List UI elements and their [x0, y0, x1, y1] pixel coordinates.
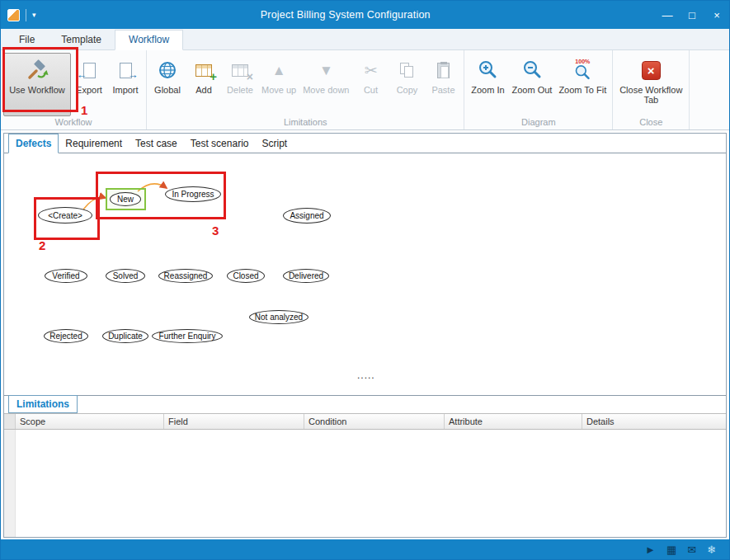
maximize-button[interactable]: □ [680, 1, 704, 29]
zoom-to-fit-button[interactable]: 100% Zoom To Fit [555, 53, 610, 116]
app-window: ▾ Project Billing System Configuration —… [0, 0, 730, 560]
limitations-table-header: Scope Field Condition Attribute Details [4, 413, 726, 430]
export-button[interactable]: ← Export [71, 53, 107, 116]
global-button[interactable]: Global [149, 53, 186, 116]
zoom-in-button[interactable]: Zoom In [467, 53, 508, 116]
column-header-attribute[interactable]: Attribute [445, 414, 582, 429]
node-delivered[interactable]: Delivered [283, 269, 329, 283]
use-workflow-icon [26, 55, 49, 85]
zoom-out-button[interactable]: Zoom Out [508, 53, 555, 116]
minimize-button[interactable]: — [655, 1, 680, 29]
export-icon: ← [83, 55, 96, 85]
close-workflow-tab-label: Close Workflow Tab [619, 85, 683, 105]
ribbon-group-limitations: Global + Add × Delete ▲ [147, 50, 464, 129]
title-bar: ▾ Project Billing System Configuration —… [1, 1, 729, 29]
group-label-close: Close [613, 116, 689, 129]
column-header-field[interactable]: Field [164, 414, 304, 429]
move-down-label: Move down [303, 85, 349, 95]
node-create[interactable]: <Create> [38, 207, 92, 224]
move-down-button: ▼ Move down [299, 53, 352, 116]
collapsed-nodes-indicator: ..... [357, 369, 375, 381]
copy-icon [400, 55, 414, 85]
pointer-icon[interactable]: ► [645, 544, 656, 555]
group-label-limitations: Limitations [147, 116, 464, 129]
global-label: Global [154, 85, 181, 95]
ribbon-group-close: × Close Workflow Tab Close [613, 50, 690, 129]
delete-label: Delete [227, 85, 253, 95]
column-header-details[interactable]: Details [582, 414, 726, 429]
ribbon-group-workflow: Use Workflow ← Export → Import Workflow [1, 50, 147, 129]
add-table-icon: + [195, 55, 212, 85]
tab-limitations[interactable]: Limitations [8, 395, 78, 413]
zoom-to-fit-label-wrap: Zoom Out [511, 85, 552, 95]
delete-table-icon: × [232, 55, 248, 85]
zoom-out-icon [521, 55, 543, 85]
cut-icon: ✂ [365, 55, 378, 85]
copy-button: Copy [389, 53, 425, 116]
mail-icon[interactable]: ✉ [687, 544, 696, 555]
column-header-condition[interactable]: Condition [304, 414, 445, 429]
window-controls: — □ × [655, 1, 729, 29]
node-assigned[interactable]: Assigned [283, 208, 331, 224]
app-icon [7, 9, 20, 21]
tab-defects[interactable]: Defects [8, 134, 59, 153]
paste-icon [437, 55, 450, 85]
zoom-fit-badge: 100% [575, 59, 590, 65]
snowflake-icon[interactable]: ❄ [707, 544, 716, 555]
node-further-enquiry[interactable]: Further Enquiry [152, 329, 223, 343]
node-duplicate[interactable]: Duplicate [102, 329, 148, 343]
zoom-to-fit-icon: 100% [573, 55, 591, 85]
ribbon-group-diagram: Zoom In Zoom Out 100% [464, 50, 613, 129]
move-up-button: ▲ Move up [258, 53, 299, 116]
close-workflow-tab-button[interactable]: × Close Workflow Tab [615, 53, 686, 116]
zoom-in-icon [477, 55, 498, 85]
import-button[interactable]: → Import [107, 53, 144, 116]
tab-test-scenario[interactable]: Test scenario [184, 134, 256, 153]
workflow-canvas[interactable]: <Create> New In Progress Assigned Verifi… [4, 153, 726, 395]
use-workflow-button[interactable]: Use Workflow [3, 53, 71, 116]
add-button[interactable]: + Add [186, 53, 222, 116]
import-label: Import [112, 85, 138, 95]
paste-button: Paste [425, 53, 461, 116]
tab-template[interactable]: Template [48, 31, 115, 49]
status-bar: ► ▦ ✉ ❄ [1, 539, 729, 559]
zoom-in-label: Zoom In [471, 85, 504, 95]
column-header-scope[interactable]: Scope [16, 414, 164, 429]
tab-script[interactable]: Script [255, 134, 294, 153]
grid-icon[interactable]: ▦ [666, 544, 676, 555]
export-label: Export [76, 85, 102, 95]
node-not-analyzed[interactable]: Not analyzed [249, 310, 308, 324]
cut-button: ✂ Cut [352, 53, 389, 116]
paste-label: Paste [431, 85, 454, 95]
node-verified[interactable]: Verified [45, 269, 87, 283]
node-in-progress[interactable]: In Progress [165, 186, 221, 202]
import-icon: → [120, 55, 132, 85]
ribbon-spacer [690, 50, 729, 129]
tab-test-case[interactable]: Test case [129, 134, 184, 153]
group-label-workflow: Workflow [1, 116, 146, 129]
node-closed[interactable]: Closed [227, 269, 265, 283]
node-solved[interactable]: Solved [106, 269, 145, 283]
node-rejected[interactable]: Rejected [44, 329, 88, 343]
zoom-fit-label: Zoom To Fit [558, 85, 606, 95]
titlebar-separator [26, 9, 26, 21]
document-tab-bar: Defects Requirement Test case Test scena… [4, 134, 726, 153]
move-down-icon: ▼ [319, 55, 333, 85]
delete-button: × Delete [222, 53, 258, 116]
tab-file[interactable]: File [6, 31, 48, 49]
close-button[interactable]: × [704, 1, 729, 29]
move-up-label: Move up [261, 85, 296, 95]
group-label-diagram: Diagram [464, 116, 612, 129]
ribbon-tab-bar: File Template Workflow [1, 29, 729, 50]
window-title: Project Billing System Configuration [36, 9, 655, 21]
add-label: Add [195, 85, 212, 95]
node-reassigned[interactable]: Reassigned [158, 269, 213, 283]
ribbon: Use Workflow ← Export → Import Workflow [1, 50, 729, 130]
bottom-tab-bar: Limitations [4, 395, 726, 413]
tab-workflow[interactable]: Workflow [115, 30, 183, 50]
use-workflow-label: Use Workflow [9, 85, 65, 95]
tab-requirement[interactable]: Requirement [59, 134, 129, 153]
node-new[interactable]: New [110, 192, 141, 206]
globe-icon [157, 55, 178, 85]
close-workflow-tab-icon: × [642, 55, 661, 85]
